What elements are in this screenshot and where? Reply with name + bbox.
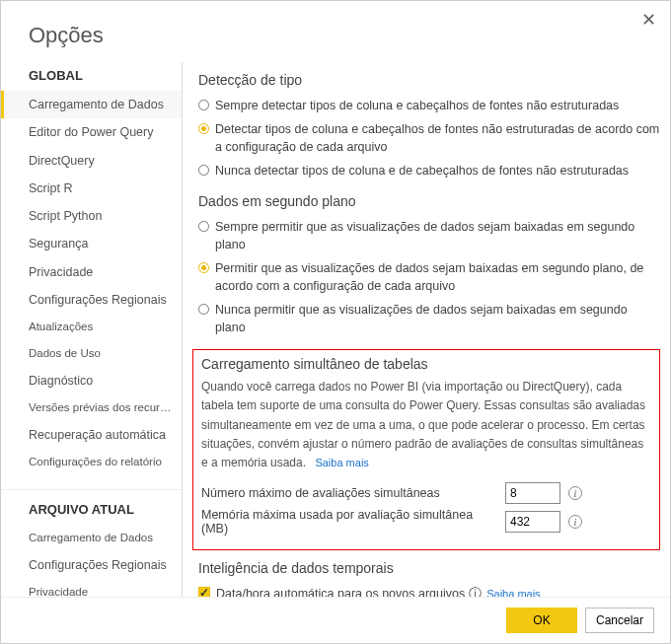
dialog-footer: OK Cancelar xyxy=(1,597,670,643)
type-detection-title: Detecção de tipo xyxy=(198,72,660,88)
sidebar-section-file: ARQUIVO ATUAL xyxy=(1,489,182,525)
opt-label: Permitir que as visualizações de dados s… xyxy=(215,259,660,295)
main-panel[interactable]: Detecção de tipo Sempre detectar tipos d… xyxy=(183,62,670,597)
max-mem-input[interactable] xyxy=(505,511,560,533)
parallel-desc-text: Quando você carrega dados no Power BI (v… xyxy=(201,380,645,469)
learn-more-link[interactable]: Saiba mais xyxy=(315,457,368,468)
parallel-title: Carregamento simultâneo de tabelas xyxy=(201,356,651,372)
close-icon[interactable]: ✕ xyxy=(641,9,656,31)
info-icon[interactable]: i xyxy=(568,515,582,529)
opt-label: Data/hora automática para os novos arqui… xyxy=(216,585,541,597)
sidebar-item-file-privacy[interactable]: Privacidade xyxy=(1,579,182,597)
sidebar-item-file-regional[interactable]: Configurações Regionais xyxy=(1,551,182,579)
parallel-desc: Quando você carrega dados no Power BI (v… xyxy=(201,378,651,472)
type-opt-perfile[interactable]: Detectar tipos de coluna e cabeçalhos de… xyxy=(198,117,660,159)
bg-opt-always[interactable]: Sempre permitir que as visualizações de … xyxy=(198,215,660,256)
radio-icon[interactable] xyxy=(198,304,209,315)
type-opt-always[interactable]: Sempre detectar tipos de coluna e cabeça… xyxy=(198,94,660,117)
sidebar-item-directquery[interactable]: DirectQuery xyxy=(1,147,182,175)
opt-label: Detectar tipos de coluna e cabeçalhos de… xyxy=(215,120,660,156)
cancel-button[interactable]: Cancelar xyxy=(585,608,654,633)
sidebar-item-r-script[interactable]: Script R xyxy=(1,175,182,202)
time-intel-title: Inteligência de dados temporais xyxy=(198,560,660,576)
sidebar-item-usage-data[interactable]: Dados de Uso xyxy=(1,340,182,367)
auto-dt-label: Data/hora automática para os novos arqui… xyxy=(216,587,465,597)
max-evals-row: Número máximo de avaliações simultâneas … xyxy=(201,482,651,504)
bg-opt-never[interactable]: Nunca permitir que as visualizações de d… xyxy=(198,298,660,339)
parallel-loading-section: Carregamento simultâneo de tabelas Quand… xyxy=(192,349,660,550)
info-icon[interactable]: i xyxy=(568,486,582,500)
opt-label: Nunca detectar tipos de coluna e de cabe… xyxy=(215,162,629,179)
sidebar-item-file-loading[interactable]: Carregamento de Dados xyxy=(1,525,182,551)
opt-label: Sempre detectar tipos de coluna e cabeça… xyxy=(215,97,619,114)
sidebar-item-diagnostics[interactable]: Diagnóstico xyxy=(1,367,182,394)
sidebar-item-data-loading[interactable]: Carregamento de Dados xyxy=(1,91,182,118)
sidebar-section-global: GLOBAL xyxy=(1,62,182,91)
ok-button[interactable]: OK xyxy=(506,608,577,633)
sidebar-item-privacy[interactable]: Privacidade xyxy=(1,258,182,286)
dialog-title: Opções xyxy=(1,1,670,62)
max-mem-row: Memória máxima usada por avaliação simul… xyxy=(201,508,651,536)
time-opt-auto[interactable]: Data/hora automática para os novos arqui… xyxy=(198,582,660,597)
opt-label: Sempre permitir que as visualizações de … xyxy=(215,218,660,253)
learn-more-link[interactable]: Saiba mais xyxy=(486,588,540,597)
max-mem-label: Memória máxima usada por avaliação simul… xyxy=(201,508,497,536)
radio-icon[interactable] xyxy=(198,262,209,273)
options-dialog: ✕ Opções GLOBAL Carregamento de Dados Ed… xyxy=(0,0,671,644)
checkbox-icon[interactable] xyxy=(198,587,210,597)
sidebar-item-report-settings[interactable]: Configurações do relatório xyxy=(1,449,182,475)
dialog-body: GLOBAL Carregamento de Dados Editor do P… xyxy=(1,62,670,597)
radio-icon[interactable] xyxy=(198,123,209,134)
opt-label: Nunca permitir que as visualizações de d… xyxy=(215,301,660,336)
sidebar-item-pq-editor[interactable]: Editor do Power Query xyxy=(1,118,182,146)
sidebar-item-security[interactable]: Segurança xyxy=(1,230,182,257)
info-glyph: ⓘ xyxy=(469,587,482,597)
sidebar[interactable]: GLOBAL Carregamento de Dados Editor do P… xyxy=(1,62,183,597)
sidebar-item-regional[interactable]: Configurações Regionais xyxy=(1,286,182,314)
bg-opt-perfile[interactable]: Permitir que as visualizações de dados s… xyxy=(198,256,660,298)
max-evals-label: Número máximo de avaliações simultâneas xyxy=(201,486,497,500)
radio-icon[interactable] xyxy=(198,221,209,232)
sidebar-item-updates[interactable]: Atualizações xyxy=(1,314,182,340)
radio-icon[interactable] xyxy=(198,100,209,110)
sidebar-item-previews[interactable]: Versões prévias dos recursos xyxy=(1,394,182,421)
radio-icon[interactable] xyxy=(198,165,209,176)
sidebar-item-python-script[interactable]: Script Python xyxy=(1,202,182,230)
max-evals-input[interactable] xyxy=(505,482,560,504)
background-title: Dados em segundo plano xyxy=(198,193,660,209)
type-opt-never[interactable]: Nunca detectar tipos de coluna e de cabe… xyxy=(198,159,660,182)
sidebar-item-autorecovery[interactable]: Recuperação automática xyxy=(1,421,182,449)
